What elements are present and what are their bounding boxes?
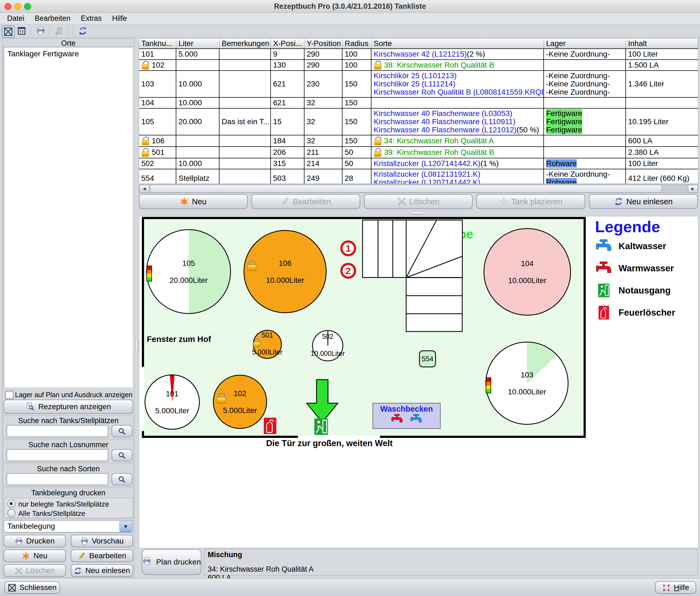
table-cell: 100 Liter [626, 49, 698, 59]
neu-action-button[interactable]: Neu [139, 194, 248, 209]
bearbeiten-button-label: Bearbeiten [89, 551, 126, 560]
table-cell: 100 Liter [626, 158, 698, 169]
search-icon [118, 451, 126, 459]
rezepturen-button[interactable]: Rezepturen anzeigen [4, 400, 133, 414]
tank-104[interactable]: 10410.000Liter [484, 228, 571, 316]
legend-item-warmwasser: Warmwasser [596, 262, 674, 275]
scroll-left-icon[interactable]: ◀ [139, 185, 149, 193]
tank-table: Tanknu...LiterBemerkungenX-Posi...Y-Posi… [139, 38, 698, 184]
table-cell: 621 [271, 98, 305, 108]
lager-value: Rohware [546, 159, 577, 168]
column-header-2[interactable]: Bemerkungen [219, 39, 271, 48]
hilfe-button[interactable]: Hilfe [655, 581, 696, 594]
close-tool-icon[interactable] [2, 25, 15, 38]
tank-103[interactable]: 10310.000Liter [486, 342, 569, 425]
menu-datei[interactable]: Datei [7, 14, 24, 23]
lot-link[interactable]: Kirschwasser Roh Qualität B (L0808141559… [374, 88, 544, 96]
table-cell [219, 169, 271, 184]
delete-x-icon [15, 567, 23, 575]
column-header-4[interactable]: Y-Position [305, 39, 342, 48]
lager-checkbox[interactable] [5, 391, 14, 399]
panel-tool-icon[interactable] [16, 25, 27, 36]
table-row-501[interactable]: 5012062115039: Kirschwasser Roh Qualität… [139, 147, 698, 158]
table-row-102[interactable]: 10213029010038: Kirschwasser Roh Qualitä… [139, 60, 698, 71]
search-sorten-button[interactable] [111, 473, 132, 485]
table-cell: 503 [271, 169, 305, 184]
exit-sign-icon [596, 283, 612, 297]
tank-106[interactable]: 10610.000Liter [243, 230, 327, 313]
table-row-502[interactable]: 50210.00031521450Kristallzucker (L120714… [139, 158, 698, 169]
mac-close-icon[interactable] [4, 3, 11, 10]
plan-drucken-button[interactable]: Plan drucken [142, 549, 202, 575]
menu-extras[interactable]: Extras [81, 14, 102, 23]
orte-listbox[interactable]: Tanklager Fertigware [4, 47, 133, 388]
neu-einlesen-action-button[interactable]: Neu einlesen [589, 194, 698, 209]
lock-icon [374, 148, 382, 157]
chevron-down-icon[interactable]: ▼ [120, 521, 132, 532]
mac-minimize-icon[interactable] [14, 3, 21, 10]
lot-link[interactable]: Kristallzucker (L1207141442.K) [374, 178, 481, 184]
scrollbar-thumb[interactable] [150, 185, 662, 193]
search-sorten-input[interactable] [6, 473, 108, 485]
pencil-icon [281, 197, 289, 206]
table-cell: 50 [342, 158, 371, 169]
lot-link[interactable]: Kirschlikör 25 (L111214) [374, 80, 456, 88]
tank-102[interactable]: 1025.000Liter [213, 375, 267, 429]
menu-hilfe[interactable]: Hilfe [112, 14, 127, 23]
vorschau-button[interactable]: Vorschau [71, 535, 133, 547]
print-tool-icon[interactable] [35, 25, 47, 36]
column-header-7[interactable]: Lager [544, 39, 626, 48]
title-bar: Rezeptbuch Pro (3.0.4/21.01.2016) Tankli… [0, 0, 700, 13]
table-row-104[interactable]: 10410.00062132150 [139, 98, 698, 108]
schliessen-button[interactable]: Schliessen [4, 581, 60, 594]
lot-link[interactable]: Kirschwasser 40 Flaschenware (L121012) [374, 126, 517, 134]
lock-icon [141, 61, 150, 70]
menu-bearbeiten[interactable]: Bearbeiten [35, 14, 71, 23]
search-tanks-input[interactable] [6, 425, 108, 437]
tank-101[interactable]: 1015.000Liter [145, 374, 200, 430]
table-row-105[interactable]: 10520.000Das ist ein T...1532150Kirschwa… [139, 108, 698, 135]
horizontal-scrollbar[interactable]: ◀ ▶ [139, 184, 698, 193]
column-header-3[interactable]: X-Posi... [271, 39, 305, 48]
vertical-splitter[interactable] [135, 38, 138, 577]
column-header-5[interactable]: Radius [342, 39, 371, 48]
search-losnummer-input[interactable] [6, 449, 108, 461]
status-bar: Schliessen Hilfe [0, 578, 700, 596]
lot-link[interactable]: Kristallzucker (L0812131921.K) [374, 170, 481, 178]
lot-link[interactable]: Kirschlikör 25 (L101213) [374, 72, 457, 80]
tank-105[interactable]: 10520.000Liter [146, 229, 231, 314]
lot-link[interactable]: Kirschwasser 40 Flaschenware (L03053) [374, 109, 512, 118]
lot-link[interactable]: Kirschwasser 40 Flaschenware (L110911) [374, 118, 516, 126]
lot-link[interactable]: Kristallzucker (L1207141442.K) [374, 159, 481, 168]
drucken-button[interactable]: Drucken [4, 535, 66, 547]
stellplatz-554[interactable]: 554 [419, 350, 436, 367]
table-row-554[interactable]: 554Stellplatz50324928Kristallzucker (L08… [139, 169, 698, 184]
column-header-1[interactable]: Liter [176, 39, 219, 48]
radio-alle[interactable] [7, 509, 16, 517]
action-button-label: Tank plazieren [511, 197, 563, 206]
table-row-106[interactable]: 1061843215034: Kirschwasser Roh Qualität… [139, 135, 698, 147]
search-losnummer-button[interactable] [111, 449, 132, 461]
list-item-tanklager[interactable]: Tanklager Fertigware [4, 47, 133, 60]
refresh-tool-icon[interactable] [77, 25, 88, 36]
mac-zoom-icon[interactable] [24, 3, 31, 10]
tank-502[interactable]: 50210.000Liter [312, 330, 343, 361]
tank-501[interactable]: 5015.000Liter [253, 330, 282, 359]
column-header-8[interactable]: Inhalt [626, 39, 698, 48]
scroll-right-icon[interactable]: ▶ [688, 185, 698, 193]
search-tanks-button[interactable] [111, 425, 132, 437]
radio-belegte[interactable] [7, 500, 16, 508]
lot-link[interactable]: Kirschwasser 42 (L121215) [374, 50, 467, 58]
bearbeiten-button-sidebar[interactable]: Bearbeiten [71, 549, 133, 562]
table-row-103[interactable]: 10310.000621230150Kirschlikör 25 (L10121… [139, 71, 698, 98]
neu-button-sidebar[interactable]: Neu [4, 549, 66, 562]
table-cell: 1.500 LA [626, 60, 698, 70]
tankbelegung-dropdown[interactable]: Tankbelegung ▼ [4, 520, 133, 532]
mixture-text: 34: Kirschwasser Roh Qualität A [384, 137, 494, 145]
column-header-6[interactable]: Sorte [371, 39, 544, 48]
column-header-0[interactable]: Tanknu... [139, 39, 176, 48]
horizontal-splitter[interactable] [139, 211, 698, 215]
table-row-101[interactable]: 1015.0009290100Kirschwasser 42 (L121215)… [139, 49, 698, 60]
neu-einlesen-button-sidebar[interactable]: Neu einlesen [71, 564, 133, 577]
lager-value: -Keine Zuordnung- [546, 170, 610, 178]
